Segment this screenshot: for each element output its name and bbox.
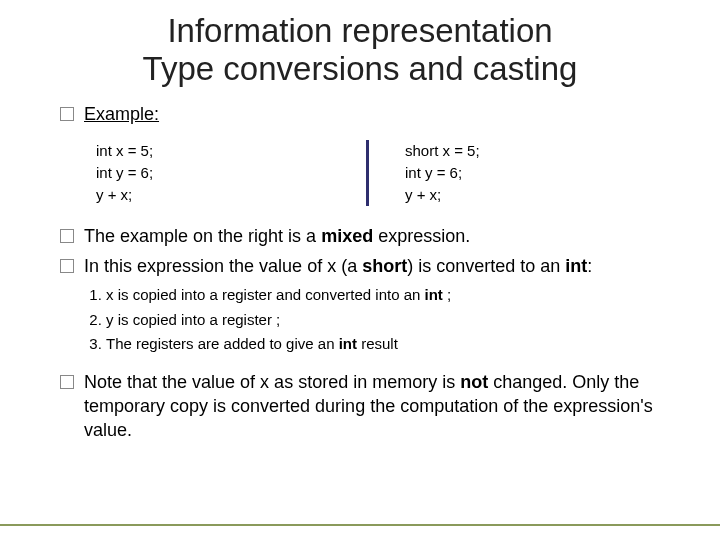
example-label: Example:	[84, 102, 690, 126]
step-1: x is copied into a register and converte…	[106, 284, 690, 307]
text: The example on the right is a	[84, 226, 321, 246]
slide-title: Information representation Type conversi…	[0, 12, 720, 88]
text: x is copied into a register and converte…	[106, 286, 425, 303]
title-line-2: Type conversions and casting	[143, 50, 578, 87]
bullet-box-icon	[60, 259, 74, 273]
bold-not: not	[460, 372, 488, 392]
bullet-mixed: The example on the right is a mixed expr…	[60, 224, 690, 248]
code-left-line-3: y + x;	[96, 184, 366, 206]
bullet-note: Note that the value of x as stored in me…	[60, 370, 690, 443]
code-left-line-2: int y = 6;	[96, 162, 366, 184]
text: ) is converted to an	[407, 256, 565, 276]
text: In this expression the value of x (a	[84, 256, 362, 276]
bullet-converted: In this expression the value of x (a sho…	[60, 254, 690, 278]
text: expression.	[373, 226, 470, 246]
note-text: Note that the value of x as stored in me…	[84, 370, 690, 443]
steps-list: x is copied into a register and converte…	[60, 284, 690, 356]
mixed-expression-text: The example on the right is a mixed expr…	[84, 224, 690, 248]
bottom-divider	[0, 524, 720, 540]
bold-short: short	[362, 256, 407, 276]
code-right: short x = 5; int y = 6; y + x;	[366, 140, 665, 205]
bold-int: int	[425, 286, 443, 303]
text: :	[587, 256, 592, 276]
code-right-line-1: short x = 5;	[405, 140, 665, 162]
slide-body: Example: int x = 5; int y = 6; y + x; sh…	[60, 102, 690, 449]
title-line-1: Information representation	[167, 12, 552, 49]
bullet-box-icon	[60, 229, 74, 243]
text: ;	[443, 286, 451, 303]
code-right-line-2: int y = 6;	[405, 162, 665, 184]
text: Note that the value of x as stored in me…	[84, 372, 460, 392]
text: result	[357, 335, 398, 352]
bullet-box-icon	[60, 107, 74, 121]
code-right-line-3: y + x;	[405, 184, 665, 206]
step-3: The registers are added to give an int r…	[106, 333, 690, 356]
code-left-line-1: int x = 5;	[96, 140, 366, 162]
code-columns: int x = 5; int y = 6; y + x; short x = 5…	[60, 140, 690, 205]
bullet-box-icon	[60, 375, 74, 389]
converted-text: In this expression the value of x (a sho…	[84, 254, 690, 278]
step-2: y is copied into a register ;	[106, 309, 690, 332]
bold-int: int	[339, 335, 357, 352]
slide: Information representation Type conversi…	[0, 0, 720, 540]
bullet-example: Example:	[60, 102, 690, 126]
code-left: int x = 5; int y = 6; y + x;	[86, 140, 366, 205]
bold-int: int	[565, 256, 587, 276]
bold-mixed: mixed	[321, 226, 373, 246]
text: The registers are added to give an	[106, 335, 339, 352]
